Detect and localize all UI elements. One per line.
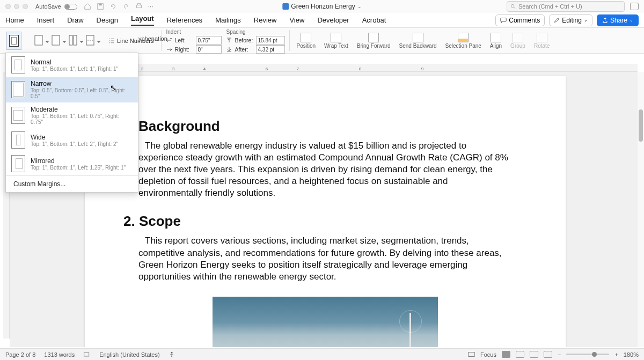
document-title[interactable]: Green Horizon Energy ⌄ [282,3,361,10]
close-icon[interactable] [5,4,11,9]
vertical-scrollbar[interactable] [638,72,644,347]
svg-rect-13 [469,352,474,356]
heading-scope[interactable]: 2. Scope [123,213,512,230]
tab-layout[interactable]: Layout [131,14,154,26]
zoom-out-button[interactable]: − [558,351,561,358]
rotate-button[interactable]: Rotate [532,28,552,53]
focus-icon[interactable] [468,351,475,357]
spellcheck-icon[interactable] [83,351,91,358]
margins-button[interactable] [6,32,21,50]
page[interactable]: Background The global renewable energy i… [85,76,566,347]
columns-button[interactable] [67,33,80,49]
window-controls[interactable] [5,4,28,9]
margins-option-mirrored[interactable]: MirroredTop: 1", Bottom: 1", Left: 1.25"… [6,152,138,175]
zoom-slider[interactable] [566,354,609,355]
svg-point-4 [511,4,514,8]
tab-references[interactable]: References [167,16,202,24]
group-button[interactable]: Group [508,28,528,53]
search-icon [510,4,516,10]
tab-view[interactable]: View [289,16,304,24]
spacing-after-input[interactable]: 4.32 pt [256,45,285,54]
svg-rect-7 [52,35,60,45]
align-button[interactable]: Align [488,28,504,53]
indent-right-icon [166,47,172,52]
margins-icon [9,35,19,47]
minimize-icon[interactable] [14,4,19,9]
hyphenation-button[interactable]: yphenation ⌄ [138,35,173,42]
focus-button[interactable]: Focus [480,351,496,358]
chevron-down-icon: ⌄ [169,35,173,42]
custom-margins-button[interactable]: Custom Margins... [6,176,138,192]
scrollbar-thumb[interactable] [639,109,643,142]
home-icon[interactable] [84,3,91,10]
send-backward-icon [413,33,423,42]
margin-icon [11,81,25,98]
word-count[interactable]: 1313 words [44,351,75,358]
orientation-icon [34,35,44,47]
comments-button[interactable]: Comments [495,14,545,26]
content-image[interactable] [213,297,438,347]
cursor-icon: ↖ [110,83,116,92]
read-mode-icon[interactable] [502,351,510,358]
title-bar: AutoSave ··· Green Horizon Energy ⌄ Sear… [0,0,644,13]
outline-icon[interactable] [544,351,552,358]
chevron-down-icon: ⌄ [584,18,588,23]
margins-option-wide[interactable]: WideTop: 1", Bottom: 1", Left: 2", Right… [6,128,138,152]
heading-background[interactable]: Background [138,118,512,135]
group-icon [513,33,523,42]
zoom-level[interactable]: 180% [624,351,639,358]
autosave-toggle[interactable]: AutoSave [35,3,77,10]
redo-icon[interactable] [122,3,130,10]
bring-forward-button[interactable]: Bring Forward [355,28,393,53]
tab-draw[interactable]: Draw [67,16,83,24]
paragraph-scope[interactable]: This report covers various sections, inc… [138,235,512,282]
paragraph-background[interactable]: The global renewable energy industry is … [138,140,512,199]
comment-icon [500,17,507,24]
tab-review[interactable]: Review [254,16,277,24]
tab-mailings[interactable]: Mailings [215,16,241,24]
editing-button[interactable]: Editing⌄ [549,14,592,26]
margins-option-normal[interactable]: NormalTop: 1", Bottom: 1", Left: 1", Rig… [6,53,138,77]
svg-rect-3 [137,4,140,5]
print-icon[interactable] [135,3,143,10]
language-indicator[interactable]: English (United States) [99,351,160,358]
ribbon: Line Numbers Indent Left:0.75" Right:0" … [0,28,644,54]
chevron-down-icon[interactable]: ⌄ [357,4,362,9]
tab-design[interactable]: Design [97,16,118,24]
size-button[interactable] [49,33,63,49]
position-button[interactable]: Position [294,28,318,53]
columns-icon [69,35,78,47]
undo-icon[interactable] [109,3,117,10]
margin-icon [11,107,25,124]
print-layout-icon[interactable] [516,351,524,358]
bring-forward-icon [368,33,379,42]
pencil-icon [554,17,560,23]
wrap-text-button[interactable]: Wrap Text [322,28,350,53]
zoom-in-button[interactable]: + [614,351,618,358]
indent-left-input[interactable]: 0.75" [196,36,222,45]
indent-right-input[interactable]: 0" [196,45,222,54]
tab-insert[interactable]: Insert [37,16,55,24]
spacing-before-input[interactable]: 15.84 pt [256,36,285,45]
save-icon[interactable] [97,3,104,10]
margins-option-narrow[interactable]: NarrowTop: 0.5", Bottom: 0.5", Left: 0.5… [6,77,138,102]
breaks-button[interactable] [84,33,98,49]
web-layout-icon[interactable] [530,351,538,358]
more-icon[interactable]: ··· [148,3,153,10]
search-input[interactable]: Search (Cmd + Ctrl + U) [507,1,625,12]
maximize-icon[interactable] [23,4,28,9]
margins-option-moderate[interactable]: ModerateTop: 1", Bottom: 1", Left: 0.75"… [6,102,138,128]
selection-pane-button[interactable]: Selection Pane [443,28,484,53]
tab-developer[interactable]: Developer [317,16,349,24]
orientation-button[interactable] [32,33,46,49]
svg-rect-8 [69,35,72,45]
svg-rect-5 [501,18,507,21]
toggle-icon[interactable] [64,4,77,10]
share-button[interactable]: Share⌄ [597,14,639,26]
send-backward-button[interactable]: Send Backward [397,28,439,53]
accessibility-icon[interactable] [169,351,175,358]
page-indicator[interactable]: Page 2 of 8 [5,351,35,358]
tab-acrobat[interactable]: Acrobat [362,16,386,24]
sensitivity-icon[interactable] [630,3,639,10]
tab-home[interactable]: Home [5,16,24,24]
